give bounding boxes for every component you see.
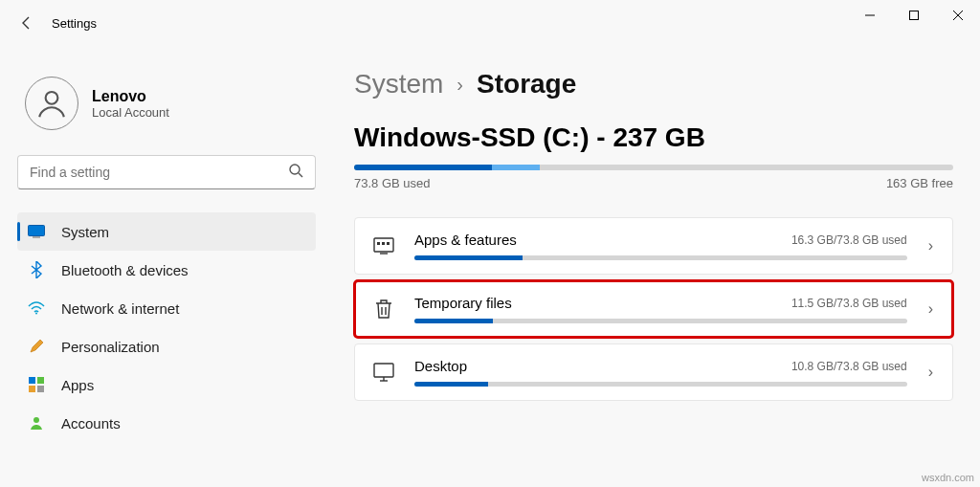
svg-line-4 [299,173,302,177]
watermark: wsxdn.com [922,472,974,483]
drive-title: Windows-SSD (C:) - 237 GB [354,122,953,153]
sidebar-item-label: Accounts [61,415,121,432]
titlebar: Settings [0,0,980,46]
svg-rect-6 [33,237,40,238]
minimize-button[interactable] [848,0,892,31]
sidebar-item-label: Network & internet [61,300,179,317]
sidebar-item-label: Apps [61,377,94,393]
brush-icon [27,337,46,356]
svg-rect-11 [37,386,44,392]
bluetooth-icon [27,260,46,279]
category-bar [414,382,907,387]
sidebar-item-bluetooth[interactable]: Bluetooth & devices [17,251,316,289]
avatar-icon [25,77,78,130]
svg-rect-16 [387,242,390,245]
drive-used-label: 73.8 GB used [354,176,431,190]
svg-rect-5 [29,226,45,236]
chevron-right-icon: › [924,300,937,318]
trash-icon [370,298,397,321]
content-area: System › Storage Windows-SSD (C:) - 237 … [325,46,980,487]
sidebar-item-system[interactable]: System [17,212,316,251]
search-icon [288,163,303,182]
category-bar [414,255,907,260]
category-title: Apps & features [414,232,517,248]
profile-block[interactable]: Lenovo Local Account [17,46,316,155]
storage-category-desktop[interactable]: Desktop 10.8 GB/73.8 GB used › [354,343,953,401]
svg-rect-8 [29,377,35,384]
breadcrumb: System › Storage [354,69,953,100]
svg-point-7 [35,313,37,315]
sidebar: Lenovo Local Account System Bluetooth & … [0,46,325,487]
sidebar-item-label: Bluetooth & devices [61,262,189,278]
drive-bar-segment [492,165,540,170]
chevron-right-icon: › [924,364,937,381]
search-input[interactable] [30,165,288,180]
search-box[interactable] [17,155,316,189]
sidebar-item-apps[interactable]: Apps [17,365,316,404]
storage-category-temp[interactable]: Temporary files 11.5 GB/73.8 GB used › [354,280,953,338]
svg-rect-14 [377,242,380,245]
chevron-right-icon: › [457,74,463,96]
category-bar [414,319,907,323]
category-usage: 10.8 GB/73.8 GB used [791,360,907,373]
sidebar-item-accounts[interactable]: Accounts [17,404,316,442]
drive-bar-segment [354,165,492,170]
close-button[interactable] [936,0,980,31]
svg-point-3 [290,165,300,174]
apps-features-icon [370,234,397,257]
profile-name: Lenovo [92,88,169,105]
category-usage: 11.5 GB/73.8 GB used [791,297,907,310]
apps-icon [27,375,46,394]
drive-usage-bar [354,165,953,170]
wifi-icon [27,299,46,318]
breadcrumb-root[interactable]: System [354,69,443,100]
category-title: Desktop [414,358,467,374]
drive-free-label: 163 GB free [886,176,953,190]
svg-rect-18 [374,364,393,377]
display-icon [27,222,46,241]
category-usage: 16.3 GB/73.8 GB used [791,233,907,247]
sidebar-item-label: Personalization [61,339,160,355]
back-button[interactable] [11,8,42,38]
maximize-button[interactable] [892,0,936,31]
svg-point-2 [46,92,58,104]
window-title: Settings [52,16,97,31]
breadcrumb-current: Storage [477,69,576,100]
profile-subtitle: Local Account [92,105,169,120]
svg-rect-1 [910,11,919,20]
sidebar-item-network[interactable]: Network & internet [17,289,316,327]
chevron-right-icon: › [924,237,937,255]
svg-point-12 [33,417,39,423]
svg-rect-9 [37,377,44,384]
storage-category-apps[interactable]: Apps & features 16.3 GB/73.8 GB used › [354,217,953,275]
desktop-icon [370,362,397,383]
person-icon [27,413,46,432]
window-controls [848,0,980,31]
svg-rect-10 [29,386,35,392]
category-title: Temporary files [414,295,512,311]
sidebar-item-label: System [61,224,109,240]
sidebar-item-personalization[interactable]: Personalization [17,327,316,365]
svg-rect-15 [382,242,385,245]
